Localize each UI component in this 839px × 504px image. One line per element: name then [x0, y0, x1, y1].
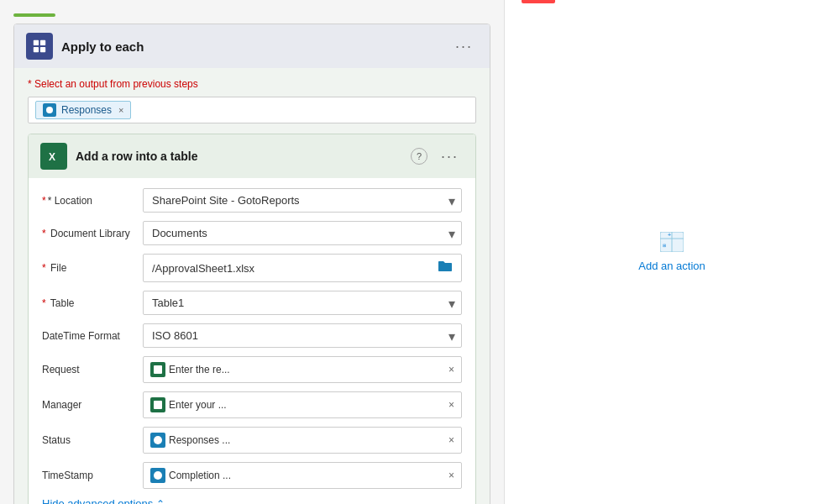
svg-text:X: X	[49, 151, 55, 163]
apply-to-each-icon	[26, 33, 53, 60]
right-top-bar	[522, 0, 555, 3]
add-row-card: X Add a row into a table ? ··· ** L	[28, 134, 476, 504]
svg-rect-3	[40, 47, 45, 52]
table-label: * Table	[42, 297, 143, 309]
file-value: /ApprovalSheet1.xlsx	[152, 262, 254, 275]
datetime-format-row: DateTime Format ISO 8601	[42, 323, 462, 348]
location-select[interactable]: SharePoint Site - GotoReports	[143, 188, 462, 213]
svg-rect-7	[154, 365, 162, 374]
timestamp-control[interactable]: Completion ... ×	[143, 462, 462, 489]
timestamp-token-field[interactable]: Completion ... ×	[143, 462, 462, 489]
table-select[interactable]: Table1	[143, 291, 462, 315]
hide-advanced-label: Hide advanced options	[42, 497, 153, 504]
file-input[interactable]: /ApprovalSheet1.xlsx	[143, 254, 462, 282]
file-control[interactable]: /ApprovalSheet1.xlsx	[143, 254, 462, 282]
add-row-header: X Add a row into a table ? ···	[29, 134, 475, 178]
hide-advanced-options-link[interactable]: Hide advanced options ⌃	[42, 497, 462, 504]
manager-row: Manager Enter your ... ×	[42, 391, 462, 418]
responses-token-label: Responses	[61, 104, 112, 116]
status-token-icon	[150, 433, 165, 448]
request-token: Enter the re...	[150, 362, 230, 377]
request-token-field[interactable]: Enter the re... ×	[143, 356, 462, 383]
request-row: Request Enter the re... ×	[42, 356, 462, 383]
left-panel: Apply to each ··· * Select an output fro…	[0, 0, 504, 504]
status-token-field[interactable]: Responses ... ×	[143, 427, 462, 454]
svg-point-9	[154, 436, 162, 444]
svg-rect-2	[34, 47, 39, 52]
status-row: Status Responses ... ×	[42, 427, 462, 454]
status-control[interactable]: Responses ... ×	[143, 427, 462, 454]
timestamp-token-text: Completion ...	[169, 470, 231, 481]
svg-rect-0	[34, 40, 39, 45]
timestamp-token-icon	[150, 468, 165, 483]
request-token-text: Enter the re...	[169, 364, 230, 375]
file-row: * File /ApprovalSheet1.xlsx	[42, 254, 462, 282]
responses-token-icon	[43, 103, 56, 117]
document-library-label: * Document Library	[42, 228, 143, 239]
location-label: ** Location	[42, 195, 143, 207]
manager-token-close[interactable]: ×	[448, 399, 454, 411]
svg-rect-8	[154, 401, 162, 409]
manager-token: Enter your ...	[150, 397, 227, 412]
add-row-header-right: ? ···	[411, 146, 464, 167]
request-token-icon	[150, 362, 165, 377]
timestamp-token-close[interactable]: ×	[448, 470, 454, 481]
right-panel: + ⊞ Add an action	[504, 0, 839, 504]
add-action-label: Add an action	[638, 260, 705, 272]
datetime-format-label: DateTime Format	[42, 330, 143, 342]
status-token: Responses ...	[150, 433, 230, 448]
svg-text:+: +	[668, 232, 671, 238]
timestamp-label: TimeStamp	[42, 470, 143, 481]
apply-to-each-title: Apply to each	[61, 39, 144, 54]
datetime-format-select[interactable]: ISO 8601	[143, 323, 462, 348]
svg-text:⊞: ⊞	[663, 243, 666, 248]
svg-point-10	[154, 471, 162, 480]
chevron-up-icon: ⌃	[156, 498, 165, 505]
apply-to-each-body: * Select an output from previous steps R…	[14, 68, 490, 504]
apply-to-each-header: Apply to each ···	[14, 24, 490, 68]
svg-point-4	[46, 107, 53, 113]
request-label: Request	[42, 364, 143, 375]
table-control[interactable]: Table1	[143, 291, 462, 315]
excel-icon: X	[40, 143, 67, 170]
apply-header-left: Apply to each	[26, 33, 144, 60]
document-library-select[interactable]: Documents	[143, 221, 462, 245]
add-action-table-icon: + ⊞	[660, 232, 684, 255]
location-control[interactable]: SharePoint Site - GotoReports	[143, 188, 462, 213]
document-library-row: * Document Library Documents	[42, 221, 462, 245]
timestamp-token: Completion ...	[150, 468, 231, 483]
add-row-body: ** Location SharePoint Site - GotoReport…	[29, 178, 475, 504]
apply-to-each-menu[interactable]: ···	[450, 36, 478, 57]
svg-rect-1	[40, 40, 45, 45]
add-row-menu[interactable]: ···	[436, 146, 464, 167]
manager-token-text: Enter your ...	[169, 399, 227, 411]
timestamp-row: TimeStamp Completion ... ×	[42, 462, 462, 489]
help-icon[interactable]: ?	[411, 148, 427, 165]
datetime-format-control[interactable]: ISO 8601	[143, 323, 462, 348]
manager-token-icon	[150, 397, 165, 412]
add-row-header-left: X Add a row into a table	[40, 143, 197, 170]
location-row: ** Location SharePoint Site - GotoReport…	[42, 188, 462, 213]
left-top-bar	[13, 13, 55, 17]
select-output-label: * Select an output from previous steps	[28, 78, 476, 90]
manager-token-field[interactable]: Enter your ... ×	[143, 391, 462, 418]
table-row: * Table Table1	[42, 291, 462, 315]
request-token-close[interactable]: ×	[448, 364, 454, 375]
responses-token-close[interactable]: ×	[118, 105, 123, 115]
document-library-control[interactable]: Documents	[143, 221, 462, 245]
file-folder-icon	[438, 260, 453, 276]
request-control[interactable]: Enter the re... ×	[143, 356, 462, 383]
output-token-input[interactable]: Responses ×	[28, 97, 476, 123]
file-label: * File	[42, 262, 143, 274]
status-token-text: Responses ...	[169, 434, 230, 446]
status-label: Status	[42, 434, 143, 446]
add-row-title: Add a row into a table	[76, 150, 197, 163]
apply-to-each-container: Apply to each ··· * Select an output fro…	[13, 24, 490, 504]
manager-control[interactable]: Enter your ... ×	[143, 391, 462, 418]
responses-token: Responses ×	[35, 101, 131, 119]
add-action-button[interactable]: + ⊞ Add an action	[638, 232, 705, 272]
manager-label: Manager	[42, 399, 143, 411]
status-token-close[interactable]: ×	[448, 434, 454, 446]
